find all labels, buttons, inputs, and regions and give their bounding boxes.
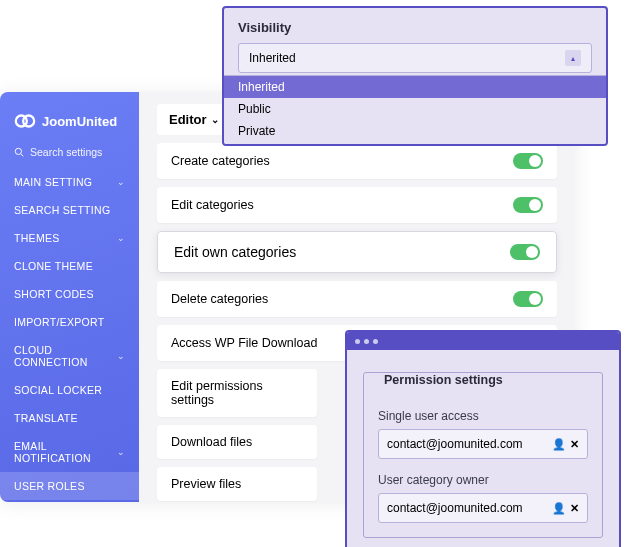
- user-icon[interactable]: 👤: [552, 502, 566, 515]
- toggle-edit-categories[interactable]: [513, 197, 543, 213]
- sidebar-item-search-setting[interactable]: SEARCH SETTING: [0, 196, 139, 224]
- perm-row-download-files: Download files: [157, 425, 317, 459]
- sidebar-item-main-setting[interactable]: MAIN SETTING⌄: [0, 168, 139, 196]
- permission-fieldset: Permission settings Single user access c…: [363, 372, 603, 538]
- toggle-delete-categories[interactable]: [513, 291, 543, 307]
- visibility-dropdown: Inherited Public Private: [224, 75, 606, 144]
- panel-titlebar[interactable]: [347, 332, 619, 350]
- perm-row-edit-permissions: Edit permissions settings: [157, 369, 317, 417]
- visibility-option-private[interactable]: Private: [224, 120, 606, 144]
- window-dot-icon: [364, 339, 369, 344]
- user-icon[interactable]: 👤: [552, 438, 566, 451]
- tab-editor[interactable]: Editor ⌄: [157, 104, 231, 135]
- search-input[interactable]: Search settings: [14, 146, 125, 158]
- sidebar-item-email-notification[interactable]: EMAIL NOTIFICATION⌄: [0, 432, 139, 472]
- perm-row-delete-categories: Delete categories: [157, 281, 557, 317]
- visibility-option-public[interactable]: Public: [224, 98, 606, 120]
- visibility-select[interactable]: Inherited ▴: [238, 43, 592, 73]
- chevron-down-icon: ⌄: [211, 114, 219, 125]
- visibility-title: Visibility: [238, 20, 592, 35]
- chevron-down-icon: ⌄: [117, 177, 125, 187]
- window-dot-icon: [373, 339, 378, 344]
- sidebar-item-short-codes[interactable]: SHORT CODES: [0, 280, 139, 308]
- tab-label: Editor: [169, 112, 207, 127]
- fieldset-legend: Permission settings: [380, 373, 507, 387]
- toggle-create-categories[interactable]: [513, 153, 543, 169]
- panel-body: Permission settings Single user access c…: [347, 350, 619, 547]
- sidebar-item-themes[interactable]: THEMES⌄: [0, 224, 139, 252]
- search-icon: [14, 147, 24, 157]
- sidebar-item-translate[interactable]: TRANSLATE: [0, 404, 139, 432]
- chevron-down-icon: ⌄: [117, 351, 125, 361]
- window-dot-icon: [355, 339, 360, 344]
- sidebar-item-user-roles[interactable]: USER ROLES: [0, 472, 139, 500]
- sidebar-item-import-export[interactable]: IMPORT/EXPORT: [0, 308, 139, 336]
- svg-point-1: [23, 116, 34, 127]
- brand: JoomUnited: [0, 110, 139, 146]
- sidebar-item-social-locker[interactable]: SOCIAL LOCKER: [0, 376, 139, 404]
- visibility-selected: Inherited: [249, 51, 296, 65]
- visibility-option-inherited[interactable]: Inherited: [224, 76, 606, 98]
- chevron-up-icon: ▴: [565, 50, 581, 66]
- permission-settings-panel: Permission settings Single user access c…: [345, 330, 621, 547]
- svg-point-2: [15, 148, 21, 154]
- sidebar: JoomUnited Search settings MAIN SETTING⌄…: [0, 92, 139, 502]
- brand-name: JoomUnited: [42, 114, 117, 129]
- svg-line-3: [21, 154, 24, 157]
- sidebar-item-clone-theme[interactable]: CLONE THEME: [0, 252, 139, 280]
- sidebar-item-cloud-connection[interactable]: CLOUD CONNECTION⌄: [0, 336, 139, 376]
- user-category-owner-input[interactable]: contact@joomunited.com 👤✕: [378, 493, 588, 523]
- field-value: contact@joomunited.com: [387, 437, 523, 451]
- sidebar-nav: MAIN SETTING⌄ SEARCH SETTING THEMES⌄ CLO…: [0, 168, 139, 500]
- perm-row-edit-own-categories: Edit own categories: [157, 231, 557, 273]
- field-label-single-user: Single user access: [378, 409, 588, 423]
- field-label-category-owner: User category owner: [378, 473, 588, 487]
- perm-row-edit-categories: Edit categories: [157, 187, 557, 223]
- brand-logo-icon: [14, 110, 36, 132]
- field-value: contact@joomunited.com: [387, 501, 523, 515]
- close-icon[interactable]: ✕: [570, 438, 579, 451]
- toggle-edit-own-categories[interactable]: [510, 244, 540, 260]
- perm-row-preview-files: Preview files: [157, 467, 317, 501]
- search-placeholder: Search settings: [30, 146, 102, 158]
- chevron-down-icon: ⌄: [117, 447, 125, 457]
- visibility-popover: Visibility Inherited ▴ Inherited Public …: [222, 6, 608, 146]
- close-icon[interactable]: ✕: [570, 502, 579, 515]
- chevron-down-icon: ⌄: [117, 233, 125, 243]
- single-user-access-input[interactable]: contact@joomunited.com 👤✕: [378, 429, 588, 459]
- perm-row-create-categories: Create categories: [157, 143, 557, 179]
